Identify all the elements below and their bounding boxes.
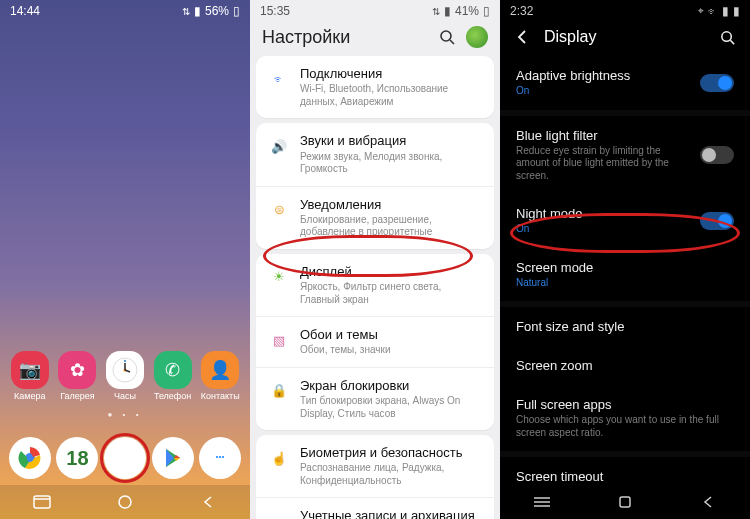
status-bar: 15:35 ⇅ ▮ 41% ▯	[250, 0, 500, 20]
back-icon[interactable]	[514, 29, 530, 45]
signal-icon: ▮	[444, 4, 451, 18]
camera-icon: 📷	[11, 351, 49, 389]
settings-item-notifications[interactable]: ⊜УведомленияБлокирование, разрешение, до…	[256, 186, 494, 249]
status-bar: 14:44 ⇅ ▮ 56% ▯	[0, 0, 250, 20]
lockscreen-icon: 🔒	[268, 380, 290, 402]
dock-settings[interactable]: ⚙	[104, 437, 146, 479]
search-icon[interactable]	[438, 28, 456, 46]
signal-icon: ▮	[194, 4, 201, 18]
biometrics-icon: ☝	[268, 447, 290, 469]
status-time: 2:32	[510, 4, 533, 18]
battery-icon: ▯	[483, 4, 490, 18]
svg-rect-21	[620, 497, 630, 507]
dock-calendar[interactable]: 18	[56, 437, 98, 479]
app-label: Камера	[14, 391, 45, 401]
settings-item-wallpapers[interactable]: ▧Обои и темыОбои, темы, значки	[256, 316, 494, 367]
settings-main: 15:35 ⇅ ▮ 41% ▯ Настройки ᯤПодключенияWi…	[250, 0, 500, 519]
item-subtitle: Тип блокировки экрана, Always On Display…	[300, 395, 482, 420]
item-title: Экран блокировки	[300, 378, 482, 394]
item-title: Screen timeout	[516, 469, 734, 484]
battery-icon: ▯	[233, 4, 240, 18]
item-title: Night mode	[516, 206, 690, 221]
page-title: Настройки	[262, 27, 350, 48]
app-label: Галерея	[60, 391, 95, 401]
display-item-full-screen-apps[interactable]: Full screen appsChoose which apps you wa…	[500, 385, 750, 451]
page-title: Display	[544, 28, 705, 46]
svg-point-16	[722, 31, 731, 40]
app-clock[interactable]: Часы	[102, 351, 148, 401]
settings-item-sounds[interactable]: 🔊Звуки и вибрацияРежим звука, Мелодия зв…	[256, 123, 494, 185]
nav-home[interactable]	[595, 493, 655, 511]
display-item-font-size-style[interactable]: Font size and style	[500, 307, 750, 346]
sounds-icon: 🔊	[268, 135, 290, 157]
dock-chrome[interactable]	[9, 437, 51, 479]
item-title: Дисплей	[300, 264, 482, 280]
battery-percent: 41%	[455, 4, 479, 18]
display-icon: ☀	[268, 266, 290, 288]
settings-item-accounts[interactable]: ☁Учетные записи и архивацияSamsung Cloud…	[256, 497, 494, 519]
search-icon[interactable]	[719, 29, 736, 46]
settings-header: Настройки	[250, 20, 500, 56]
item-title: Screen zoom	[516, 358, 734, 373]
page-indicator: ● • •	[0, 410, 250, 419]
item-subtitle: On	[516, 85, 690, 98]
display-item-screen-zoom[interactable]: Screen zoom	[500, 346, 750, 385]
app-row: 📷 Камера ✿ Галерея Часы ✆ Телефон 👤 Конт…	[0, 351, 250, 401]
app-label: Телефон	[154, 391, 191, 401]
settings-card: ᯤПодключенияWi-Fi, Bluetooth, Использова…	[256, 56, 494, 118]
app-gallery[interactable]: ✿ Галерея	[54, 351, 100, 401]
app-contacts[interactable]: 👤 Контакты	[197, 351, 243, 401]
nav-recents[interactable]	[512, 493, 572, 511]
status-time: 15:35	[260, 4, 290, 18]
item-subtitle: On	[516, 223, 690, 236]
display-settings: 2:32 ⌖ ᯤ ▮ ▮ Display Adaptive brightness…	[500, 0, 750, 519]
nav-back[interactable]	[678, 493, 738, 511]
account-avatar[interactable]	[466, 26, 488, 48]
nav-bar	[0, 485, 250, 519]
clock-icon	[106, 351, 144, 389]
item-subtitle: Обои, темы, значки	[300, 344, 482, 357]
display-item-adaptive-brightness[interactable]: Adaptive brightnessOn	[500, 56, 750, 110]
item-title: Звуки и вибрация	[300, 133, 482, 149]
toggle-switch[interactable]	[700, 146, 734, 164]
svg-point-14	[441, 31, 451, 41]
settings-card: ☀ДисплейЯркость, Фильтр синего света, Гл…	[256, 254, 494, 430]
item-title: Adaptive brightness	[516, 68, 690, 83]
svg-point-8	[216, 456, 218, 458]
settings-item-display[interactable]: ☀ДисплейЯркость, Фильтр синего света, Гл…	[256, 254, 494, 316]
toggle-switch[interactable]	[700, 74, 734, 92]
svg-point-4	[124, 360, 126, 362]
app-camera[interactable]: 📷 Камера	[7, 351, 53, 401]
accounts-icon: ☁	[268, 510, 290, 519]
wallpapers-icon: ▧	[268, 329, 290, 351]
svg-rect-11	[34, 496, 50, 508]
svg-point-10	[222, 456, 224, 458]
item-subtitle: Natural	[516, 277, 734, 290]
item-title: Подключения	[300, 66, 482, 82]
settings-card: 🔊Звуки и вибрацияРежим звука, Мелодия зв…	[256, 123, 494, 249]
contacts-icon: 👤	[201, 351, 239, 389]
settings-item-biometrics[interactable]: ☝Биометрия и безопасностьРаспознавание л…	[256, 435, 494, 497]
app-phone[interactable]: ✆ Телефон	[150, 351, 196, 401]
item-title: Blue light filter	[516, 128, 690, 143]
bluetooth-icon: ⌖	[698, 5, 704, 17]
settings-item-connections[interactable]: ᯤПодключенияWi-Fi, Bluetooth, Использова…	[256, 56, 494, 118]
display-item-blue-light-filter[interactable]: Blue light filterReduce eye strain by li…	[500, 116, 750, 195]
item-subtitle: Режим звука, Мелодия звонка, Громкость	[300, 151, 482, 176]
display-item-night-mode[interactable]: Night modeOn	[500, 194, 750, 248]
display-item-screen-mode[interactable]: Screen modeNatural	[500, 248, 750, 302]
item-title: Уведомления	[300, 197, 482, 213]
toggle-switch[interactable]	[700, 212, 734, 230]
nav-home[interactable]	[95, 493, 155, 511]
item-title: Full screen apps	[516, 397, 734, 412]
nav-recents[interactable]	[12, 493, 72, 511]
dock-messages[interactable]	[199, 437, 241, 479]
item-title: Учетные записи и архивация	[300, 508, 482, 519]
dock-play-store[interactable]	[152, 437, 194, 479]
nav-back[interactable]	[178, 493, 238, 511]
wifi-icon: ᯤ	[708, 6, 718, 17]
settings-item-lockscreen[interactable]: 🔒Экран блокировкиТип блокировки экрана, …	[256, 367, 494, 430]
settings-card: ☝Биометрия и безопасностьРаспознавание л…	[256, 435, 494, 519]
connections-icon: ᯤ	[268, 68, 290, 90]
item-subtitle: Reduce eye strain by limiting the amount…	[516, 145, 690, 183]
